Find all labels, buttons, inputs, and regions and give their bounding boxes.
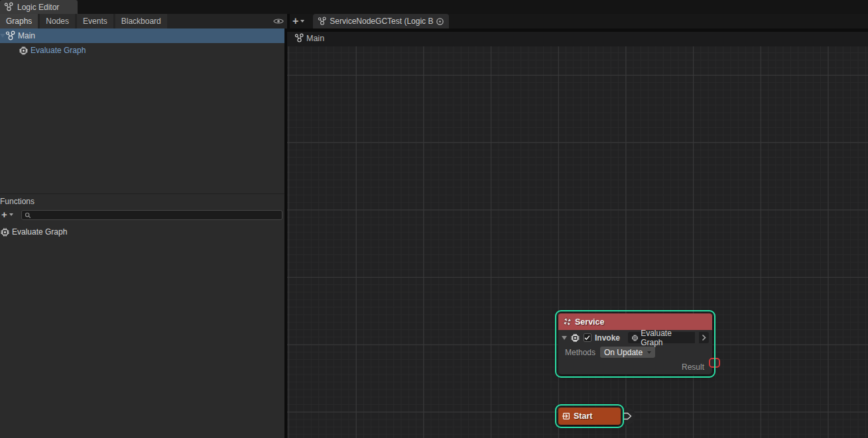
tab-graphs[interactable]: Graphs (0, 14, 38, 28)
breadcrumb-label: Main (306, 34, 324, 43)
graph-icon (294, 33, 304, 43)
expand-caret-icon[interactable] (562, 336, 567, 340)
breadcrumb[interactable]: Main (294, 33, 324, 43)
service-node[interactable]: Service Invoke (555, 310, 715, 378)
tree-item-label: Evaluate Graph (31, 46, 86, 55)
main-content: Main Evaluate Graph Functions + (0, 28, 868, 438)
canvas-top-divider (287, 28, 868, 32)
toolbar: Graphs Nodes Events Blackboard + Ser (0, 14, 868, 28)
target-icon[interactable] (436, 17, 444, 26)
plus-icon: + (1, 208, 7, 221)
tab-nodes[interactable]: Nodes (40, 14, 75, 28)
add-function-button[interactable]: + (0, 208, 16, 221)
tab-blackboard[interactable]: Blackboard (115, 14, 167, 28)
function-search-input[interactable] (21, 210, 282, 220)
invoke-graph-field[interactable]: Evaluate Graph (628, 332, 695, 343)
start-node-title: Start (574, 411, 592, 421)
service-node-header[interactable]: Service (558, 313, 712, 330)
tab-events[interactable]: Events (77, 14, 113, 28)
graph-tab-servicenodegctest[interactable]: ServiceNodeGCTest (Logic B (313, 14, 449, 28)
graphs-sidebar: Main Evaluate Graph Functions + (0, 28, 287, 438)
start-icon (562, 411, 571, 421)
search-icon (25, 212, 31, 219)
logic-editor-window: Logic Editor Graphs Nodes Events Blackbo… (0, 0, 868, 438)
methods-dropdown[interactable]: On Update (600, 347, 655, 358)
service-icon (562, 317, 572, 327)
sidebar-toolbar: Graphs Nodes Events Blackboard (0, 14, 287, 28)
methods-label: Methods (565, 348, 595, 357)
invoke-graph-value: Evaluate Graph (641, 329, 692, 347)
add-graph-button[interactable]: + (290, 14, 308, 28)
invoke-label: Invoke (595, 333, 620, 343)
graph-tree: Main Evaluate Graph (0, 28, 284, 193)
functions-section: Functions + (0, 193, 284, 438)
visibility-toggle-button[interactable] (270, 14, 287, 28)
invoke-checkbox[interactable] (584, 333, 591, 342)
service-node-body[interactable]: Service Invoke (558, 313, 712, 374)
graph-icon (4, 2, 14, 12)
collapse-caret-icon[interactable] (0, 34, 5, 38)
result-label: Result (682, 362, 704, 372)
graph-icon (5, 30, 16, 41)
tree-item-label: Main (18, 31, 35, 40)
flow-port-icon (623, 412, 632, 420)
plus-icon: + (292, 15, 298, 28)
functions-controls: + (0, 207, 284, 222)
checkmark-icon (584, 335, 590, 341)
function-chip-icon (19, 46, 29, 56)
function-search (21, 210, 282, 220)
methods-value: On Update (604, 348, 643, 357)
graph-icon (318, 17, 327, 26)
open-graph-button[interactable] (699, 332, 709, 343)
canvas-grid[interactable] (287, 46, 868, 438)
graph-tab-title: ServiceNodeGCTest (Logic B (330, 17, 433, 26)
graph-canvas[interactable]: Main Service (287, 28, 868, 438)
result-row: Result (558, 359, 712, 374)
function-chip-icon (0, 227, 10, 237)
toolbar-spacer (169, 14, 270, 28)
methods-row: Methods On Update (558, 345, 712, 359)
start-node-body[interactable]: Start (558, 408, 621, 425)
chevron-down-icon (647, 351, 651, 354)
function-item-label: Evaluate Graph (12, 227, 67, 237)
invoke-unit-row: Invoke Evaluate Graph (558, 330, 712, 345)
window-tab-bar: Logic Editor (0, 0, 868, 14)
chevron-down-icon (300, 20, 304, 23)
canvas-toolbar: + ServiceNodeGCTest (Logic B (287, 14, 868, 28)
eye-icon (273, 17, 284, 25)
window-tab-logic-editor[interactable]: Logic Editor (0, 0, 78, 14)
start-node[interactable]: Start (555, 404, 624, 428)
tree-item-main[interactable]: Main (0, 28, 284, 43)
service-node-title: Service (575, 317, 604, 327)
tree-item-evaluate-graph[interactable]: Evaluate Graph (0, 43, 284, 58)
result-output-port[interactable] (709, 358, 720, 368)
function-item-evaluate-graph[interactable]: Evaluate Graph (0, 225, 284, 239)
chevron-down-icon (9, 213, 13, 216)
window-tab-label: Logic Editor (17, 3, 59, 12)
functions-header: Functions (0, 194, 284, 207)
function-chip-icon (570, 333, 580, 343)
function-chip-icon (631, 334, 639, 342)
chevron-right-icon (702, 334, 706, 341)
